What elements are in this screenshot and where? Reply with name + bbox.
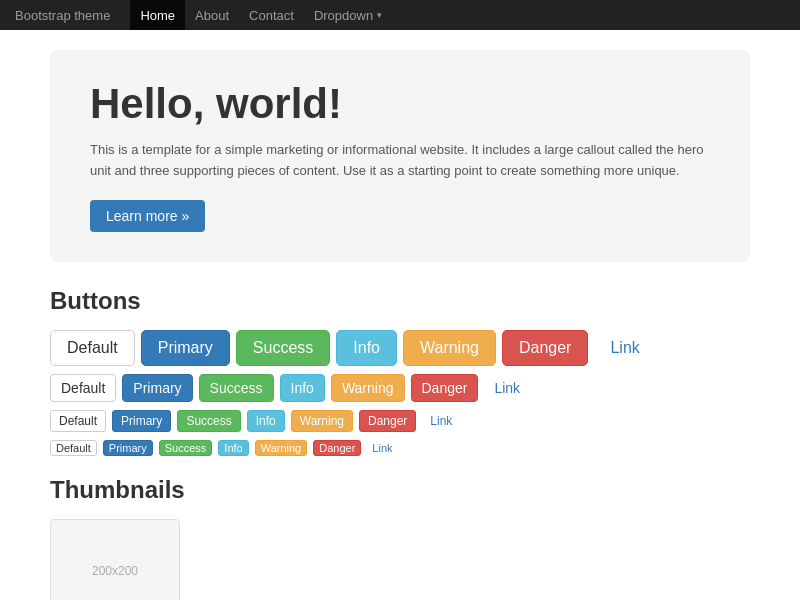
btn-primary-md[interactable]: Primary bbox=[122, 374, 192, 402]
btn-link-xs[interactable]: Link bbox=[367, 441, 397, 455]
btn-link-lg[interactable]: Link bbox=[594, 331, 655, 365]
btn-default-md[interactable]: Default bbox=[50, 374, 116, 402]
btn-link-sm[interactable]: Link bbox=[422, 411, 460, 431]
btn-warning-sm[interactable]: Warning bbox=[291, 410, 353, 432]
navbar: Bootstrap theme Home About Contact Dropd… bbox=[0, 0, 800, 30]
thumbnails-section: Thumbnails 200x200 bbox=[50, 476, 750, 600]
chevron-down-icon: ▾ bbox=[377, 10, 382, 20]
btn-success-md[interactable]: Success bbox=[199, 374, 274, 402]
button-row-small: Default Primary Success Info Warning Dan… bbox=[50, 410, 750, 432]
btn-default-sm[interactable]: Default bbox=[50, 410, 106, 432]
btn-warning-md[interactable]: Warning bbox=[331, 374, 405, 402]
thumbnail-label: 200x200 bbox=[92, 564, 138, 578]
main-content: Hello, world! This is a template for a s… bbox=[35, 30, 765, 600]
thumbnails-section-title: Thumbnails bbox=[50, 476, 750, 504]
learn-more-button[interactable]: Learn more » bbox=[90, 200, 205, 232]
btn-primary-sm[interactable]: Primary bbox=[112, 410, 171, 432]
nav-items: Home About Contact Dropdown ▾ bbox=[130, 0, 392, 30]
nav-item-dropdown[interactable]: Dropdown ▾ bbox=[304, 0, 392, 30]
btn-warning-lg[interactable]: Warning bbox=[403, 330, 496, 366]
btn-info-md[interactable]: Info bbox=[280, 374, 325, 402]
btn-default-xs[interactable]: Default bbox=[50, 440, 97, 456]
jumbotron-description: This is a template for a simple marketin… bbox=[90, 140, 710, 182]
jumbotron-heading: Hello, world! bbox=[90, 80, 710, 128]
thumbnail-item: 200x200 bbox=[50, 519, 180, 600]
nav-item-contact[interactable]: Contact bbox=[239, 0, 304, 30]
btn-danger-md[interactable]: Danger bbox=[411, 374, 479, 402]
buttons-section: Buttons Default Primary Success Info War… bbox=[50, 287, 750, 456]
btn-info-sm[interactable]: Info bbox=[247, 410, 285, 432]
jumbotron: Hello, world! This is a template for a s… bbox=[50, 50, 750, 262]
btn-danger-sm[interactable]: Danger bbox=[359, 410, 416, 432]
btn-default-lg[interactable]: Default bbox=[50, 330, 135, 366]
btn-danger-lg[interactable]: Danger bbox=[502, 330, 588, 366]
btn-success-xs[interactable]: Success bbox=[159, 440, 213, 456]
button-row-large: Default Primary Success Info Warning Dan… bbox=[50, 330, 750, 366]
buttons-section-title: Buttons bbox=[50, 287, 750, 315]
button-row-xsmall: Default Primary Success Info Warning Dan… bbox=[50, 440, 750, 456]
btn-warning-xs[interactable]: Warning bbox=[255, 440, 308, 456]
button-row-medium: Default Primary Success Info Warning Dan… bbox=[50, 374, 750, 402]
btn-primary-lg[interactable]: Primary bbox=[141, 330, 230, 366]
btn-info-lg[interactable]: Info bbox=[336, 330, 397, 366]
nav-item-home[interactable]: Home bbox=[130, 0, 185, 30]
btn-success-sm[interactable]: Success bbox=[177, 410, 240, 432]
btn-primary-xs[interactable]: Primary bbox=[103, 440, 153, 456]
navbar-brand[interactable]: Bootstrap theme bbox=[15, 8, 110, 23]
btn-success-lg[interactable]: Success bbox=[236, 330, 330, 366]
nav-item-about[interactable]: About bbox=[185, 0, 239, 30]
btn-link-md[interactable]: Link bbox=[484, 375, 530, 401]
btn-danger-xs[interactable]: Danger bbox=[313, 440, 361, 456]
btn-info-xs[interactable]: Info bbox=[218, 440, 248, 456]
dropdown-label: Dropdown bbox=[314, 8, 373, 23]
